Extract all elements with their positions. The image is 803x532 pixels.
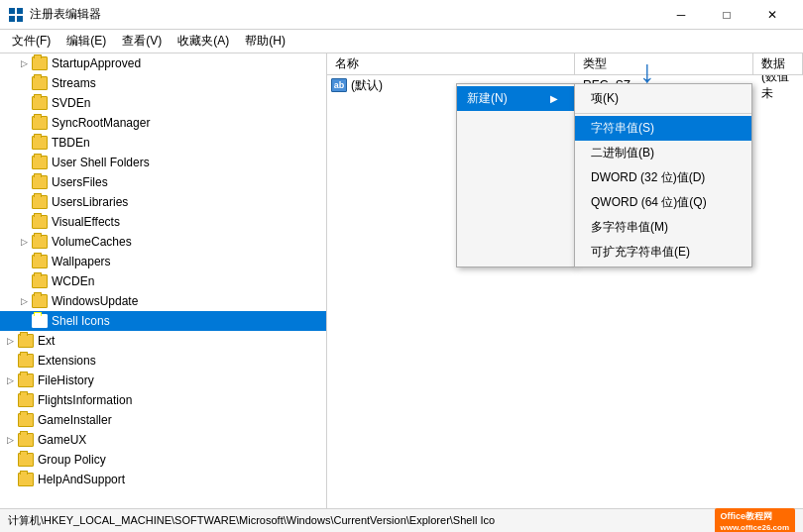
col-header-type: 类型 <box>575 53 753 74</box>
window-controls: ─ □ ✕ <box>658 0 795 30</box>
tree-item-streams[interactable]: Streams <box>0 73 326 93</box>
tree-item-visualeffects[interactable]: VisualEffects <box>0 212 326 232</box>
folder-icon <box>32 235 48 249</box>
status-bar: 计算机\HKEY_LOCAL_MACHINE\SOFTWARE\Microsof… <box>0 508 803 532</box>
column-headers: 名称 类型 数据 <box>327 53 803 75</box>
tree-label: User Shell Folders <box>52 156 150 169</box>
expand-icon: ▷ <box>16 237 32 247</box>
folder-icon <box>32 195 48 209</box>
entry-data: (数值未 <box>761 75 799 102</box>
app-icon <box>8 7 24 23</box>
folder-icon <box>18 473 34 486</box>
context-menu-main: 新建(N) ▶ <box>456 83 575 267</box>
tree-item-userslibraries[interactable]: UsersLibraries <box>0 192 326 212</box>
tree-item-wcden[interactable]: WCDEn <box>0 271 326 291</box>
submenu-label-binary: 二进制值(B) <box>591 145 654 161</box>
submenu-item-qword[interactable]: QWORD (64 位)值(Q) <box>575 190 751 215</box>
folder-icon <box>32 215 48 229</box>
right-panel: 名称 类型 数据 ab (默认) REG_SZ (数值未 ↓ 新建(N) ▶ <box>327 53 803 508</box>
folder-icon <box>32 156 48 169</box>
folder-icon <box>32 255 48 268</box>
tree-label: VolumeCaches <box>52 235 132 249</box>
tree-label: HelpAndSupport <box>38 473 125 486</box>
submenu-item-expandstring[interactable]: 可扩充字符串值(E) <box>575 240 751 265</box>
context-menu-item-new[interactable]: 新建(N) ▶ <box>457 86 574 111</box>
folder-icon <box>18 433 34 447</box>
tree-label: FileHistory <box>38 373 94 387</box>
close-button[interactable]: ✕ <box>749 0 795 30</box>
tree-label: Ext <box>38 334 55 348</box>
tree-item-ext[interactable]: ▷ Ext <box>0 331 326 351</box>
tree-item-volumecaches[interactable]: ▷ VolumeCaches <box>0 232 326 252</box>
folder-icon <box>32 294 48 308</box>
tree-item-wallpapers[interactable]: Wallpapers <box>0 252 326 271</box>
menu-view[interactable]: 查看(V) <box>114 31 170 52</box>
submenu-arrow-icon: ▶ <box>550 93 558 104</box>
submenu-item-binary[interactable]: 二进制值(B) <box>575 141 751 165</box>
tree-label: TBDEn <box>52 136 90 150</box>
tree-label: GameUX <box>38 433 86 447</box>
tree-label: Extensions <box>38 354 96 368</box>
expand-icon: ▷ <box>2 375 18 385</box>
folder-icon <box>32 274 48 288</box>
minimize-button[interactable]: ─ <box>658 0 704 30</box>
col-header-name: 名称 <box>327 53 575 74</box>
window-title: 注册表编辑器 <box>30 6 658 23</box>
tree-item-tbden[interactable]: TBDEn <box>0 133 326 153</box>
main-area: ▷ StartupApproved Streams SVDEn SyncRoot… <box>0 53 803 508</box>
tree-item-syncrootmanager[interactable]: SyncRootManager <box>0 113 326 133</box>
tree-item-windowsupdate[interactable]: ▷ WindowsUpdate <box>0 291 326 311</box>
tree-label: SyncRootManager <box>52 116 150 130</box>
maximize-button[interactable]: □ <box>704 0 749 30</box>
tree-item-shellicons[interactable]: Shell Icons <box>0 311 326 331</box>
tree-scroll[interactable]: ▷ StartupApproved Streams SVDEn SyncRoot… <box>0 53 326 508</box>
entry-icon: ab <box>331 78 347 92</box>
tree-label: Group Policy <box>38 453 106 467</box>
submenu-item-dword[interactable]: DWORD (32 位)值(D) <box>575 165 751 190</box>
submenu-item-multistring[interactable]: 多字符串值(M) <box>575 215 751 240</box>
submenu-label-dword: DWORD (32 位)值(D) <box>591 169 705 186</box>
svg-rect-3 <box>17 16 23 22</box>
tree-item-usershellfolders[interactable]: User Shell Folders <box>0 153 326 172</box>
menu-edit[interactable]: 编辑(E) <box>58 31 114 52</box>
office-badge: Office教程网 www.office26.com <box>715 508 796 533</box>
tree-item-usersfiles[interactable]: UsersFiles <box>0 172 326 192</box>
submenu-label-qword: QWORD (64 位)值(Q) <box>591 194 707 211</box>
menu-file[interactable]: 文件(F) <box>4 31 58 52</box>
expand-icon: ▷ <box>16 58 32 68</box>
tree-item-gameux[interactable]: ▷ GameUX <box>0 430 326 450</box>
folder-icon <box>18 354 34 368</box>
submenu-item-key[interactable]: 项(K) <box>575 86 751 111</box>
svg-rect-2 <box>9 16 15 22</box>
folder-icon <box>18 453 34 467</box>
office-badge-line1: Office教程网 <box>721 510 790 523</box>
tree-item-helpandsupport[interactable]: HelpAndSupport <box>0 470 326 489</box>
folder-icon <box>32 314 48 328</box>
submenu-label-string: 字符串值(S) <box>591 120 654 137</box>
tree-label: StartupApproved <box>52 56 141 70</box>
tree-item-filehistory[interactable]: ▷ FileHistory <box>0 371 326 390</box>
submenu-label-key: 项(K) <box>591 90 619 107</box>
tree-item-grouppolicy[interactable]: Group Policy <box>0 450 326 470</box>
tree-item-flightsinformation[interactable]: FlightsInformation <box>0 390 326 410</box>
tree-label: UsersLibraries <box>52 195 128 209</box>
tree-item-gameinstaller[interactable]: GameInstaller <box>0 410 326 430</box>
tree-label: UsersFiles <box>52 175 108 189</box>
folder-icon <box>32 56 48 70</box>
tree-label: Streams <box>52 76 96 90</box>
folder-icon <box>32 136 48 150</box>
submenu-item-string[interactable]: 字符串值(S) <box>575 116 751 141</box>
tree-label: GameInstaller <box>38 413 112 427</box>
tree-item-extensions[interactable]: Extensions <box>0 351 326 371</box>
tree-item-startup[interactable]: ▷ StartupApproved <box>0 53 326 73</box>
menu-help[interactable]: 帮助(H) <box>237 31 293 52</box>
col-header-data: 数据 <box>753 53 803 74</box>
tree-item-svden[interactable]: SVDEn <box>0 93 326 113</box>
tree-label: WCDEn <box>52 274 94 288</box>
folder-icon <box>18 373 34 387</box>
submenu-label-expandstring: 可扩充字符串值(E) <box>591 244 690 261</box>
tree-label: Shell Icons <box>52 314 110 328</box>
menu-favorites[interactable]: 收藏夹(A) <box>170 31 237 52</box>
folder-icon <box>32 76 48 90</box>
folder-icon <box>18 334 34 348</box>
